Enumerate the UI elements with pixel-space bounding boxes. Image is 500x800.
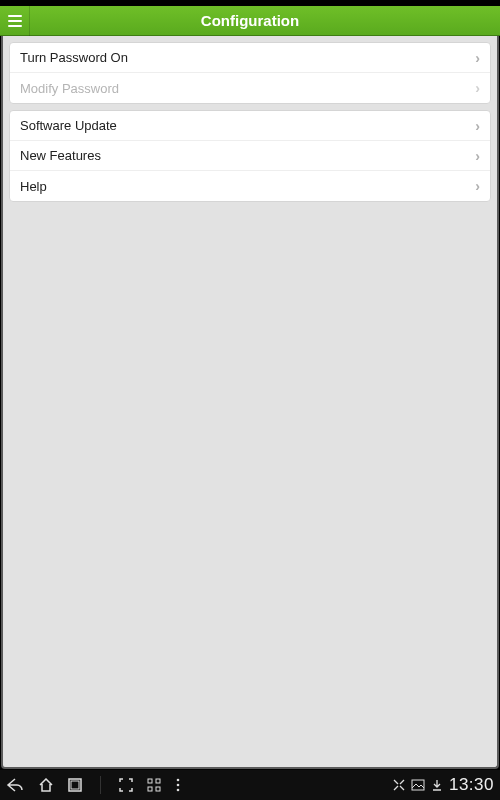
svg-point-6: [177, 779, 180, 782]
screenshot-icon[interactable]: [119, 778, 133, 792]
app-header: Configuration: [0, 6, 500, 36]
row-label: Turn Password On: [20, 50, 475, 65]
row-turn-password-on[interactable]: Turn Password On ›: [10, 43, 490, 73]
gallery-icon: [411, 779, 425, 791]
navbar-right: 13:30: [393, 775, 494, 795]
apps-icon[interactable]: [147, 778, 161, 792]
row-software-update[interactable]: Software Update ›: [10, 111, 490, 141]
chevron-right-icon: ›: [475, 148, 480, 164]
chevron-right-icon: ›: [475, 118, 480, 134]
row-label: New Features: [20, 148, 475, 163]
svg-rect-1: [71, 781, 79, 789]
recents-icon[interactable]: [68, 778, 82, 792]
download-icon: [431, 779, 443, 791]
svg-point-7: [177, 784, 180, 787]
status-clock: 13:30: [449, 775, 494, 795]
chevron-right-icon: ›: [475, 178, 480, 194]
fullscreen-icon[interactable]: [393, 779, 405, 791]
content-area: Turn Password On › Modify Password › Sof…: [1, 36, 499, 769]
row-label: Software Update: [20, 118, 475, 133]
menu-dots-icon[interactable]: [175, 778, 181, 792]
row-help[interactable]: Help ›: [10, 171, 490, 201]
svg-rect-5: [156, 787, 160, 791]
menu-button[interactable]: [0, 6, 30, 36]
chevron-right-icon: ›: [475, 80, 480, 96]
row-modify-password: Modify Password ›: [10, 73, 490, 103]
navbar-left: [6, 776, 181, 794]
row-label: Modify Password: [20, 81, 475, 96]
system-navbar: 13:30: [0, 770, 500, 800]
settings-group-general: Software Update › New Features › Help ›: [9, 110, 491, 202]
settings-group-password: Turn Password On › Modify Password ›: [9, 42, 491, 104]
svg-rect-4: [148, 787, 152, 791]
svg-rect-2: [148, 779, 152, 783]
divider: [100, 776, 101, 794]
screen: Configuration Turn Password On › Modify …: [0, 0, 500, 800]
home-icon[interactable]: [38, 778, 54, 792]
row-new-features[interactable]: New Features ›: [10, 141, 490, 171]
chevron-right-icon: ›: [475, 50, 480, 66]
svg-rect-3: [156, 779, 160, 783]
row-label: Help: [20, 179, 475, 194]
page-title: Configuration: [30, 12, 500, 29]
hamburger-icon: [8, 15, 22, 17]
svg-point-8: [177, 789, 180, 792]
back-icon[interactable]: [6, 778, 24, 792]
svg-rect-9: [412, 780, 424, 790]
